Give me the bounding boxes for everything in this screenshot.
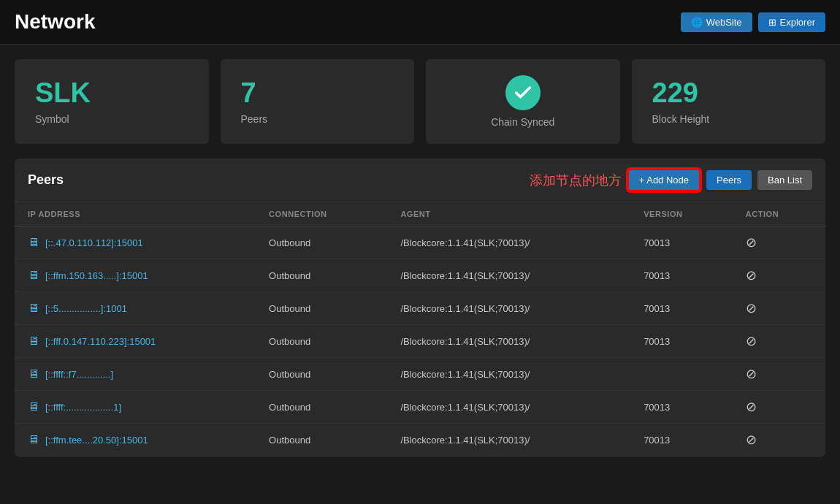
cell-action: ⊘ — [733, 391, 825, 424]
page-title: Network — [15, 10, 95, 34]
peers-panel-title: Peers — [28, 172, 64, 188]
ip-value: [::ffm.150.163.....]:15001 — [45, 270, 148, 281]
peers-panel-header: Peers 添加节点的地方 + Add Node Peers Ban List — [15, 159, 825, 202]
monitor-icon: 🖥 — [28, 302, 39, 315]
cell-agent: /Blockcore:1.1.41(SLK;70013)/ — [387, 424, 630, 457]
peers-panel: Peers 添加节点的地方 + Add Node Peers Ban List … — [15, 159, 825, 457]
cell-ip: 🖥 [::ffff::f7.............] — [15, 358, 256, 391]
table-row: 🖥 [::ffff::f7.............] Outbound /Bl… — [15, 358, 825, 391]
cell-agent: /Blockcore:1.1.41(SLK;70013)/ — [387, 226, 630, 259]
cell-agent: /Blockcore:1.1.41(SLK;70013)/ — [387, 358, 630, 391]
synced-icon — [505, 75, 541, 110]
ban-icon[interactable]: ⊘ — [746, 400, 757, 414]
cell-agent: /Blockcore:1.1.41(SLK;70013)/ — [387, 325, 630, 358]
monitor-icon: 🖥 — [28, 269, 39, 282]
table-header-row: IP ADDRESS CONNECTION AGENT VERSION ACTI… — [15, 202, 825, 226]
cell-version: 70013 — [630, 292, 733, 325]
cell-action: ⊘ — [733, 292, 825, 325]
col-connection: CONNECTION — [256, 202, 387, 226]
table-row: 🖥 [::fff.0.147.110.223]:15001 Outbound /… — [15, 325, 825, 358]
symbol-label: Symbol — [35, 113, 188, 125]
cell-version: 70013 — [630, 424, 733, 457]
col-ip-address: IP ADDRESS — [15, 202, 256, 226]
cell-version: 70013 — [630, 226, 733, 259]
ip-value: [::ffff:..................1] — [45, 402, 121, 413]
cell-ip: 🖥 [::.47.0.110.112]:15001 — [15, 226, 256, 259]
annotation-add-node: 添加节点的地方 — [530, 172, 622, 189]
peers-label: Peers — [241, 113, 394, 125]
cell-connection: Outbound — [256, 292, 387, 325]
cell-version: 70013 — [630, 259, 733, 292]
monitor-icon: 🖥 — [28, 236, 39, 249]
ip-value: [::ffm.tee....20.50]:15001 — [45, 435, 148, 446]
cell-action: ⊘ — [733, 358, 825, 391]
cell-connection: Outbound — [256, 325, 387, 358]
cell-connection: Outbound — [256, 391, 387, 424]
cell-agent: /Blockcore:1.1.41(SLK;70013)/ — [387, 259, 630, 292]
block-height-label: Block Height — [652, 113, 806, 125]
col-agent: AGENT — [387, 202, 630, 226]
ban-icon[interactable]: ⊘ — [746, 235, 757, 250]
add-node-button[interactable]: + Add Node — [627, 169, 700, 191]
cell-action: ⊘ — [733, 424, 825, 457]
table-row: 🖥 [::ffm.tee....20.50]:15001 Outbound /B… — [15, 424, 825, 457]
peers-tab-button[interactable]: Peers — [706, 170, 752, 190]
table-row: 🖥 [::.47.0.110.112]:15001 Outbound /Bloc… — [15, 226, 825, 259]
cell-agent: /Blockcore:1.1.41(SLK;70013)/ — [387, 391, 630, 424]
table-row: 🖥 [::ffm.150.163.....]:15001 Outbound /B… — [15, 259, 825, 292]
monitor-icon: 🖥 — [28, 400, 39, 413]
monitor-icon: 🖥 — [28, 433, 39, 446]
page-header: Network 🌐 WebSite ⊞ Explorer — [0, 0, 840, 45]
ban-icon[interactable]: ⊘ — [746, 367, 757, 381]
stat-card-symbol: SLK Symbol — [15, 59, 209, 144]
cell-connection: Outbound — [256, 424, 387, 457]
cell-ip: 🖥 [::fff.0.147.110.223]:15001 — [15, 325, 256, 358]
ban-list-button[interactable]: Ban List — [757, 170, 812, 190]
cell-connection: Outbound — [256, 259, 387, 292]
monitor-icon: 🖥 — [28, 335, 39, 348]
grid-icon: ⊞ — [768, 17, 776, 28]
block-height-value: 229 — [652, 78, 806, 109]
table-row: 🖥 [::ffff:..................1] Outbound … — [15, 391, 825, 424]
cell-version: 70013 — [630, 391, 733, 424]
stat-card-block-height: 229 Block Height — [632, 59, 826, 144]
symbol-value: SLK — [35, 78, 188, 109]
explorer-button[interactable]: ⊞ Explorer — [758, 12, 825, 32]
ban-icon[interactable]: ⊘ — [746, 334, 757, 348]
ip-value: [::5................]:1001 — [45, 303, 127, 314]
ban-icon[interactable]: ⊘ — [746, 432, 757, 447]
peers-table-container: IP ADDRESS CONNECTION AGENT VERSION ACTI… — [15, 202, 825, 457]
ban-icon[interactable]: ⊘ — [746, 301, 757, 316]
cell-action: ⊘ — [733, 325, 825, 358]
cell-ip: 🖥 [::ffm.tee....20.50]:15001 — [15, 424, 256, 457]
peers-value: 7 — [241, 78, 394, 109]
cell-connection: Outbound — [256, 358, 387, 391]
header-buttons: 🌐 WebSite ⊞ Explorer — [681, 12, 825, 32]
stat-card-peers: 7 Peers — [221, 59, 415, 144]
ip-value: [::.47.0.110.112]:15001 — [45, 237, 143, 248]
cell-version: 70013 — [630, 325, 733, 358]
ban-icon[interactable]: ⊘ — [746, 268, 757, 283]
peers-table: IP ADDRESS CONNECTION AGENT VERSION ACTI… — [15, 202, 825, 457]
cell-action: ⊘ — [733, 259, 825, 292]
chain-synced-label: Chain Synced — [491, 116, 554, 128]
stat-card-chain-synced: Chain Synced — [426, 59, 620, 144]
cell-version — [630, 358, 733, 391]
stats-row: SLK Symbol 7 Peers Chain Synced 229 Bloc… — [0, 45, 840, 151]
cell-connection: Outbound — [256, 226, 387, 259]
table-row: 🖥 [::5................]:1001 Outbound /B… — [15, 292, 825, 325]
ip-value: [::fff.0.147.110.223]:15001 — [45, 336, 156, 347]
col-version: VERSION — [630, 202, 733, 226]
col-action: ACTION — [733, 202, 825, 226]
ip-value: [::ffff::f7.............] — [45, 369, 113, 380]
cell-agent: /Blockcore:1.1.41(SLK;70013)/ — [387, 292, 630, 325]
cell-action: ⊘ — [733, 226, 825, 259]
website-button[interactable]: 🌐 WebSite — [681, 12, 752, 32]
monitor-icon: 🖥 — [28, 367, 39, 381]
peers-header-right: 添加节点的地方 + Add Node Peers Ban List — [530, 169, 812, 191]
cell-ip: 🖥 [::ffff:..................1] — [15, 391, 256, 424]
globe-icon: 🌐 — [691, 17, 703, 28]
cell-ip: 🖥 [::5................]:1001 — [15, 292, 256, 325]
cell-ip: 🖥 [::ffm.150.163.....]:15001 — [15, 259, 256, 292]
